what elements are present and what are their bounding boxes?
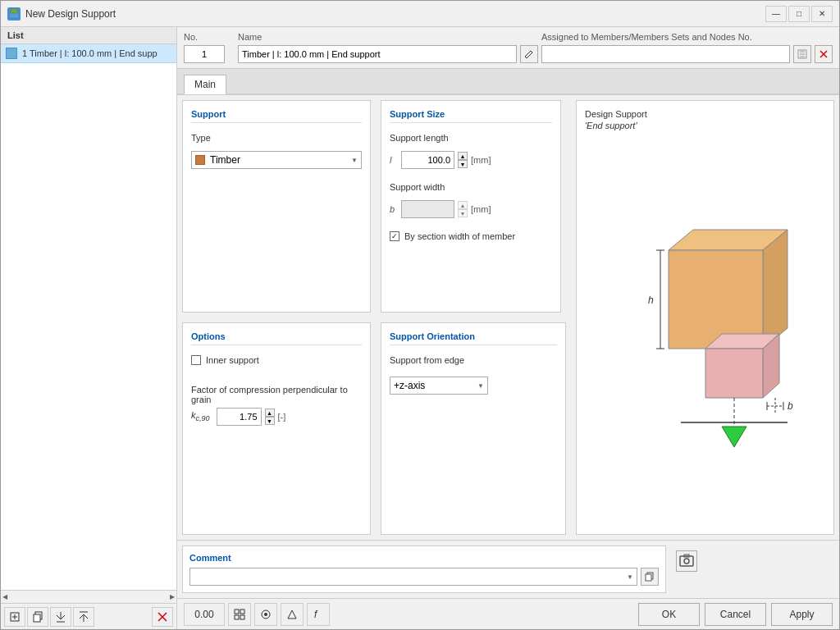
svg-marker-25 bbox=[705, 349, 763, 398]
options-panel: Options Inner support Factor of compress… bbox=[182, 322, 371, 535]
kc90-down-button[interactable]: ▼ bbox=[265, 417, 275, 425]
delete-button[interactable] bbox=[152, 607, 173, 627]
svg-rect-44 bbox=[240, 609, 244, 614]
comment-copy-button[interactable] bbox=[641, 568, 659, 586]
no-group: No. bbox=[184, 32, 225, 63]
support-orientation-panel: Support Orientation Support from edge +z… bbox=[381, 322, 566, 535]
import-button[interactable] bbox=[50, 607, 71, 627]
left-panel: List 1 Timber | l: 100.0 mm | End supp ◀… bbox=[1, 27, 177, 629]
svg-rect-6 bbox=[34, 614, 40, 622]
new-button[interactable] bbox=[4, 607, 25, 627]
name-input[interactable] bbox=[238, 45, 517, 63]
kc90-up-button[interactable]: ▲ bbox=[265, 409, 275, 417]
assigned-input[interactable] bbox=[541, 45, 790, 63]
name-label: Name bbox=[238, 32, 538, 42]
width-row: b ▲ ▼ [mm] bbox=[390, 200, 552, 218]
length-unit: [mm] bbox=[471, 155, 491, 165]
support-size-title: Support Size bbox=[390, 109, 552, 123]
close-button[interactable]: ✕ bbox=[811, 6, 833, 22]
length-down-button[interactable]: ▼ bbox=[458, 160, 468, 168]
left-toolbar bbox=[1, 603, 176, 629]
from-edge-label: Support from edge bbox=[390, 355, 557, 365]
diagram-subtitle: 'End support' bbox=[585, 121, 637, 130]
main-window: New Design Support — □ ✕ List 1 Timber |… bbox=[0, 0, 840, 630]
support-title: Support bbox=[191, 109, 362, 123]
width-unit: [mm] bbox=[471, 204, 491, 214]
from-edge-select[interactable]: +z-axis ▼ bbox=[390, 377, 488, 395]
svg-text:f: f bbox=[314, 609, 318, 620]
cancel-button[interactable]: Cancel bbox=[705, 603, 766, 626]
inner-support-checkbox[interactable] bbox=[191, 355, 201, 365]
coord-value: 0.00 bbox=[194, 609, 213, 620]
kc90-input[interactable] bbox=[217, 408, 262, 426]
screenshot-area bbox=[676, 546, 697, 593]
comment-panel: Comment ▼ bbox=[182, 546, 666, 593]
inner-support-label: Inner support bbox=[206, 355, 259, 365]
assigned-clear-button[interactable] bbox=[815, 45, 833, 63]
ok-button[interactable]: OK bbox=[638, 603, 700, 626]
type-label: Type bbox=[191, 133, 362, 143]
length-up-button[interactable]: ▲ bbox=[458, 152, 468, 160]
name-group: Name bbox=[238, 32, 538, 63]
section-width-checkbox[interactable] bbox=[390, 231, 399, 241]
grid-button[interactable] bbox=[228, 603, 251, 626]
svg-rect-43 bbox=[235, 609, 239, 614]
width-spinner: ▲ ▼ bbox=[458, 201, 468, 217]
svg-rect-46 bbox=[240, 615, 244, 619]
list-item-text: 1 Timber | l: 100.0 mm | End supp bbox=[22, 48, 158, 58]
options-title: Options bbox=[191, 331, 362, 345]
svg-point-41 bbox=[684, 559, 689, 564]
dialog-buttons: OK Cancel Apply bbox=[638, 603, 833, 626]
kc90-spinner[interactable]: ▲ ▼ bbox=[265, 409, 275, 425]
window-controls: — □ ✕ bbox=[765, 6, 833, 22]
width-input[interactable] bbox=[401, 200, 454, 218]
svg-line-13 bbox=[531, 51, 532, 52]
scroll-left-icon[interactable]: ◀ bbox=[2, 593, 7, 600]
length-spinner[interactable]: ▲ ▼ bbox=[458, 152, 468, 168]
maximize-button[interactable]: □ bbox=[788, 6, 810, 22]
list-scrollbar[interactable]: ◀ ▶ bbox=[1, 590, 176, 603]
svg-rect-1 bbox=[11, 9, 17, 13]
app-icon bbox=[7, 7, 21, 21]
export-button[interactable] bbox=[73, 607, 94, 627]
from-edge-value: +z-axis bbox=[394, 380, 425, 391]
function-button[interactable]: f bbox=[307, 603, 330, 626]
comment-select[interactable]: ▼ bbox=[189, 568, 637, 586]
svg-rect-40 bbox=[680, 556, 693, 566]
svg-text:h: h bbox=[648, 294, 654, 306]
width-label: Support width bbox=[390, 182, 552, 192]
snap-button[interactable] bbox=[254, 603, 277, 626]
screenshot-button[interactable] bbox=[676, 550, 697, 572]
assigned-group: Assigned to Members/Members Sets and Nod… bbox=[541, 32, 833, 63]
view-button[interactable] bbox=[281, 603, 304, 626]
tab-bar: Main bbox=[177, 69, 839, 95]
tab-main[interactable]: Main bbox=[184, 75, 226, 94]
list-item-icon bbox=[6, 48, 17, 59]
design-diagram: h b bbox=[599, 185, 812, 480]
length-input[interactable] bbox=[401, 151, 454, 169]
length-row: l ▲ ▼ [mm] bbox=[390, 151, 552, 169]
list-item[interactable]: 1 Timber | l: 100.0 mm | End supp bbox=[1, 44, 176, 63]
apply-button[interactable]: Apply bbox=[771, 603, 833, 626]
section-width-row: By section width of member bbox=[390, 231, 552, 241]
assigned-select-button[interactable] bbox=[793, 45, 811, 63]
window-title: New Design Support bbox=[25, 8, 760, 20]
scroll-right-icon[interactable]: ▶ bbox=[170, 593, 175, 600]
factor-label: Factor of compression perpendicular to g… bbox=[191, 385, 362, 404]
svg-point-48 bbox=[264, 613, 267, 616]
edit-name-button[interactable] bbox=[520, 45, 538, 63]
comment-dropdown-icon: ▼ bbox=[627, 573, 633, 581]
copy-button[interactable] bbox=[27, 607, 48, 627]
width-sublabel: b bbox=[390, 204, 398, 214]
no-label: No. bbox=[184, 32, 225, 42]
type-select[interactable]: Timber ▼ bbox=[191, 151, 362, 169]
no-input[interactable] bbox=[184, 45, 225, 63]
minimize-button[interactable]: — bbox=[765, 6, 787, 22]
svg-text:b: b bbox=[788, 400, 793, 412]
width-up-button: ▲ bbox=[458, 201, 468, 209]
type-value: Timber bbox=[210, 154, 240, 166]
title-bar: New Design Support — □ ✕ bbox=[1, 1, 839, 27]
kc90-row: kc,90 ▲ ▼ [-] bbox=[191, 408, 362, 426]
list-header: List bbox=[1, 27, 176, 44]
support-size-panel: Support Size Support length l ▲ ▼ bbox=[381, 100, 561, 313]
